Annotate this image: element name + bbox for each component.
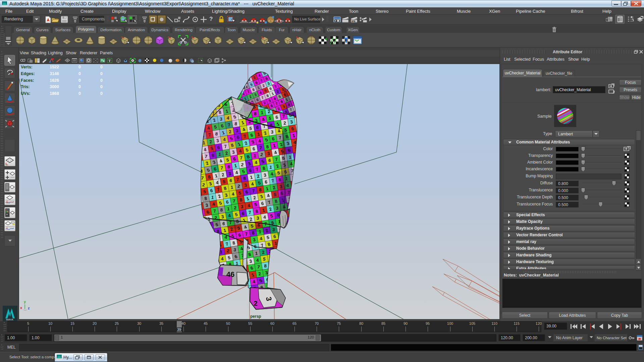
svg-text:0: 0 bbox=[78, 84, 81, 89]
svg-text:5: 5 bbox=[223, 179, 225, 184]
svg-text:1: 1 bbox=[261, 110, 263, 115]
svg-text:7: 7 bbox=[257, 264, 260, 270]
svg-text:x: x bbox=[20, 306, 22, 310]
svg-text:8: 8 bbox=[220, 207, 223, 213]
svg-text:MAYA: MAYA bbox=[6, 318, 13, 321]
svg-text:4: 4 bbox=[256, 258, 259, 263]
svg-text:2: 2 bbox=[260, 152, 263, 158]
svg-text:7: 7 bbox=[259, 145, 262, 150]
svg-text:3: 3 bbox=[257, 216, 259, 221]
svg-text:0: 0 bbox=[100, 91, 103, 96]
svg-text:7: 7 bbox=[201, 175, 204, 181]
svg-text:6: 6 bbox=[249, 168, 252, 173]
svg-text:Tris:: Tris: bbox=[21, 84, 30, 89]
svg-text:8: 8 bbox=[227, 164, 230, 169]
svg-text:6: 6 bbox=[265, 179, 267, 184]
svg-text:2: 2 bbox=[254, 300, 257, 307]
svg-text:1: 1 bbox=[231, 185, 233, 190]
svg-text:7: 7 bbox=[221, 166, 223, 171]
svg-text:Faces:: Faces: bbox=[21, 78, 34, 83]
svg-text:2: 2 bbox=[283, 121, 286, 126]
svg-text:8: 8 bbox=[259, 187, 262, 192]
svg-text:46: 46 bbox=[226, 270, 234, 279]
svg-text:Verts:: Verts: bbox=[21, 65, 33, 69]
svg-text:2: 2 bbox=[226, 248, 229, 254]
svg-text:3000: 3000 bbox=[50, 84, 59, 89]
svg-text:1: 1 bbox=[255, 251, 258, 256]
svg-text:z: z bbox=[28, 306, 30, 310]
svg-text:3: 3 bbox=[241, 204, 244, 209]
svg-text:4: 4 bbox=[263, 215, 266, 220]
svg-text:0: 0 bbox=[100, 84, 103, 89]
svg-text:8: 8 bbox=[264, 263, 267, 268]
svg-text:2: 2 bbox=[202, 182, 205, 188]
svg-text:UVs:: UVs: bbox=[21, 91, 30, 96]
svg-text:2: 2 bbox=[241, 162, 244, 168]
svg-text:IPR: IPR bbox=[352, 20, 356, 22]
svg-text:1: 1 bbox=[227, 206, 230, 212]
svg-text:4: 4 bbox=[221, 256, 224, 261]
svg-text:1868: 1868 bbox=[50, 91, 59, 96]
svg-text:7: 7 bbox=[233, 198, 235, 203]
svg-text:0: 0 bbox=[78, 65, 81, 69]
svg-text:0: 0 bbox=[100, 65, 103, 69]
svg-text:4: 4 bbox=[216, 180, 219, 185]
svg-text:8: 8 bbox=[254, 111, 257, 116]
svg-text:Edges:: Edges: bbox=[21, 71, 35, 76]
svg-text:0: 0 bbox=[100, 71, 103, 76]
svg-text:3: 3 bbox=[271, 129, 274, 134]
svg-text:3146: 3146 bbox=[50, 71, 59, 76]
svg-text:1522: 1522 bbox=[50, 65, 59, 69]
svg-text:0: 0 bbox=[78, 71, 81, 76]
svg-text:0: 0 bbox=[78, 78, 81, 83]
svg-text:T: T bbox=[108, 59, 111, 63]
svg-text:2: 2 bbox=[237, 184, 240, 189]
svg-text:1626: 1626 bbox=[50, 78, 59, 83]
svg-text:0: 0 bbox=[100, 78, 103, 83]
svg-text:0: 0 bbox=[78, 91, 81, 96]
svg-text:persp: persp bbox=[250, 314, 261, 319]
svg-text:y: y bbox=[24, 300, 26, 304]
svg-text:2: 2 bbox=[234, 205, 236, 210]
svg-text:1: 1 bbox=[274, 241, 277, 246]
svg-text:7: 7 bbox=[240, 156, 243, 161]
